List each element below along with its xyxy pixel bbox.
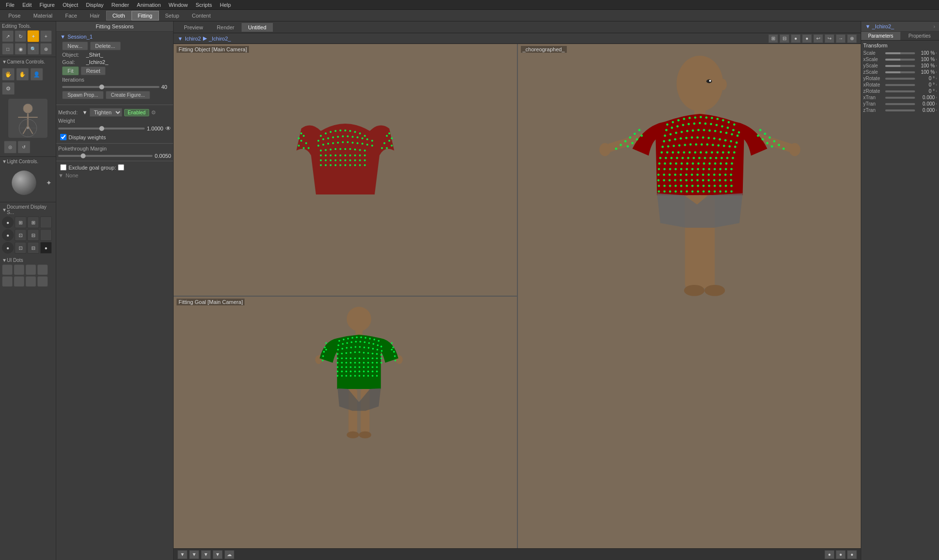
exclude-goal-checkbox[interactable] <box>60 164 67 171</box>
vp-icon-1[interactable]: ⊞ <box>768 34 778 43</box>
tab-cloth[interactable]: Cloth <box>106 11 132 21</box>
pokethru-slider[interactable] <box>58 155 153 157</box>
yscale-slider[interactable] <box>885 65 915 67</box>
dot-8[interactable] <box>37 276 48 287</box>
ytran-arrow[interactable]: › <box>936 102 937 106</box>
doc-btn-6[interactable]: ⊡ <box>15 229 26 241</box>
doc-btn-11[interactable]: ⊟ <box>27 242 39 254</box>
vp-icon-5[interactable]: ↩ <box>813 34 823 43</box>
tab-fitting[interactable]: Fitting <box>132 11 159 21</box>
session-collapse-icon[interactable]: ▼ <box>60 34 66 40</box>
menu-help[interactable]: Help <box>216 1 235 9</box>
vp-bottom-right-1[interactable]: ● <box>825 550 834 559</box>
tool-btn-2[interactable]: ↻ <box>15 30 26 42</box>
collapse-light-icon[interactable]: ▼ <box>2 159 7 164</box>
vp-bottom-ctrl-5[interactable]: ☁ <box>224 550 234 559</box>
menu-animation[interactable]: Animation <box>133 1 165 9</box>
vp-icon-2[interactable]: ⊟ <box>780 34 789 43</box>
xtran-arrow[interactable]: › <box>936 95 937 100</box>
tool-btn-8[interactable]: ⊕ <box>40 43 52 55</box>
spawn-prop-button[interactable]: Spawn Prop... <box>62 91 104 99</box>
cam-figure[interactable]: 👤 <box>30 68 43 81</box>
tab-face[interactable]: Face <box>59 11 83 21</box>
create-figure-button[interactable]: Create Figure... <box>106 91 150 99</box>
zscale-slider[interactable] <box>885 71 915 73</box>
settings-icon[interactable]: ⚙ <box>151 109 156 116</box>
tool-btn-7[interactable]: 🔍 <box>27 43 39 55</box>
vp-bottom-right-2[interactable]: ● <box>836 550 846 559</box>
scale-arrow[interactable]: › <box>936 51 937 55</box>
weight-eye-icon[interactable]: 👁 <box>165 125 171 132</box>
xscale-arrow[interactable]: › <box>936 57 937 62</box>
doc-btn-1[interactable]: ● <box>2 216 14 228</box>
weight-slider[interactable] <box>58 128 145 129</box>
cam-right-hand[interactable]: ✋ <box>16 68 29 81</box>
doc-btn-10[interactable]: ⊡ <box>15 242 26 254</box>
zrotate-arrow[interactable]: › <box>936 89 937 93</box>
cam-extra-1[interactable]: ◎ <box>4 141 17 153</box>
ytran-slider[interactable] <box>885 103 915 105</box>
menu-figure[interactable]: Figure <box>36 1 59 9</box>
yrotate-slider[interactable] <box>885 78 915 80</box>
vp-icon-4[interactable]: ● <box>802 34 812 43</box>
breadcrumb-item-1[interactable]: Ichiro2 <box>185 36 201 42</box>
dot-3[interactable] <box>25 264 36 275</box>
ztran-slider[interactable] <box>885 109 915 111</box>
vp-icon-3[interactable]: ● <box>791 34 801 43</box>
cam-settings[interactable]: ⚙ <box>2 82 15 95</box>
cam-extra-2[interactable]: ↺ <box>18 141 30 153</box>
menu-scripts[interactable]: Scripts <box>192 1 216 9</box>
zscale-arrow[interactable]: › <box>936 70 937 74</box>
cam-left-hand[interactable]: 🖐 <box>2 68 15 81</box>
right-tab-parameters[interactable]: Parameters <box>861 32 900 40</box>
right-panel-expand[interactable]: › <box>934 24 935 29</box>
yscale-arrow[interactable]: › <box>936 64 937 68</box>
tool-btn-4[interactable]: + <box>40 30 52 42</box>
vp-bottom-ctrl-3[interactable]: ▼ <box>201 550 211 559</box>
tool-btn-6[interactable]: ◉ <box>15 43 26 55</box>
dot-4[interactable] <box>37 264 48 275</box>
iterations-slider[interactable] <box>62 86 159 88</box>
doc-btn-2[interactable]: ⊞ <box>15 216 26 228</box>
menu-file[interactable]: File <box>2 1 19 9</box>
exclude-goal-checkbox-2[interactable] <box>118 164 124 171</box>
menu-display[interactable]: Display <box>82 1 108 9</box>
doc-btn-12[interactable]: ● <box>40 242 52 254</box>
doc-btn-9[interactable]: ● <box>2 242 14 254</box>
vp-bottom-ctrl-2[interactable]: ▼ <box>189 550 199 559</box>
vp-bottom-ctrl-1[interactable]: ▼ <box>178 550 187 559</box>
tab-content[interactable]: Content <box>185 11 217 21</box>
menu-object[interactable]: Object <box>59 1 82 9</box>
menu-window[interactable]: Window <box>165 1 192 9</box>
tab-material[interactable]: Material <box>27 11 59 21</box>
vp-icon-6[interactable]: ↪ <box>825 34 834 43</box>
tab-hair[interactable]: Hair <box>84 11 106 21</box>
vp-icon-8[interactable]: ⊕ <box>847 34 857 43</box>
menu-render[interactable]: Render <box>108 1 133 9</box>
display-weights-checkbox[interactable] <box>60 134 67 140</box>
xtran-slider[interactable] <box>885 97 915 99</box>
doc-btn-7[interactable]: ⊟ <box>27 229 39 241</box>
breadcrumb-item-2[interactable]: _Ichiro2_ <box>209 36 231 42</box>
dot-2[interactable] <box>14 264 24 275</box>
method-select[interactable]: Tighten <box>89 108 122 117</box>
vp-bottom-right-3[interactable]: ● <box>847 550 857 559</box>
vp-icon-7[interactable]: → <box>836 34 846 43</box>
right-tab-properties[interactable]: Properties <box>900 32 939 40</box>
right-panel-title-arrow[interactable]: ▼ <box>865 23 871 29</box>
vp-tab-render[interactable]: Render <box>210 23 241 32</box>
xrotate-arrow[interactable]: › <box>936 83 937 87</box>
xrotate-slider[interactable] <box>885 84 915 86</box>
tab-setup[interactable]: Setup <box>159 11 186 21</box>
scale-slider[interactable] <box>885 52 915 54</box>
fit-button[interactable]: Fit <box>62 66 79 75</box>
menu-edit[interactable]: Edit <box>19 1 36 9</box>
tool-btn-3[interactable]: ✦ <box>27 30 39 42</box>
method-collapse-icon[interactable]: ▼ <box>82 109 88 115</box>
new-button[interactable]: New... <box>62 42 88 50</box>
doc-btn-3[interactable]: ⊞ <box>27 216 39 228</box>
zrotate-slider[interactable] <box>885 90 915 92</box>
collapse-doc-icon[interactable]: ▼ <box>2 207 7 213</box>
dot-7[interactable] <box>25 276 36 287</box>
reset-button[interactable]: Reset <box>81 66 106 75</box>
